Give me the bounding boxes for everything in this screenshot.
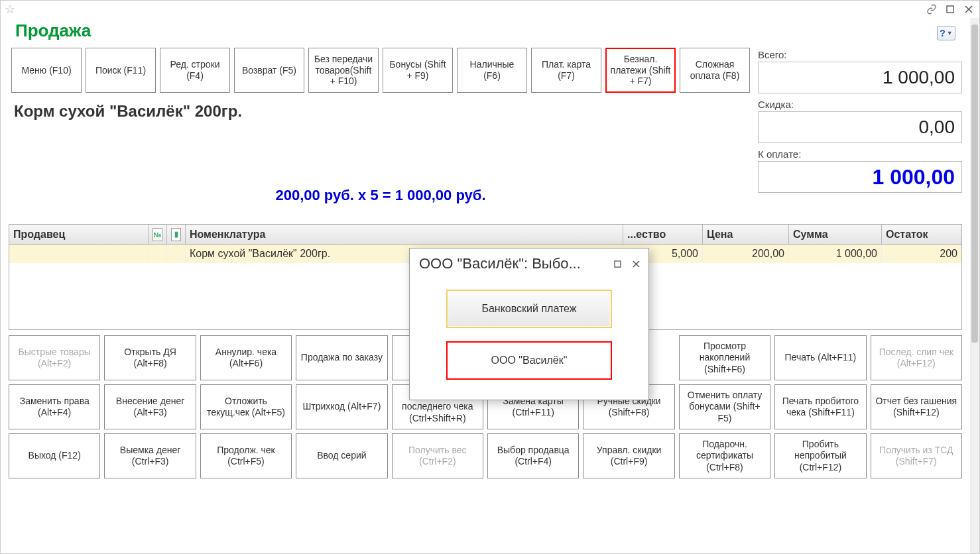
cell-rest: 200 xyxy=(882,245,961,263)
func-button-r1-9[interactable]: Послед. слип чек (Alt+F12) xyxy=(871,335,962,380)
col-num[interactable]: № xyxy=(149,225,167,244)
vertical-scrollbar[interactable] xyxy=(970,18,979,553)
scrollbar-thumb[interactable] xyxy=(971,25,978,343)
link-icon[interactable] xyxy=(925,3,938,16)
grid-header: Продавец № ▮ Номенклатура ...ество Цена … xyxy=(9,225,961,245)
dialog-title: ООО "Василёк": Выбо... xyxy=(419,255,581,272)
action-button-7[interactable]: Плат. карта (F7) xyxy=(531,48,601,93)
action-toolbar: Меню (F10)Поиск (F11)Ред. строки (F4)Воз… xyxy=(11,48,750,93)
action-button-0[interactable]: Меню (F10) xyxy=(11,48,82,93)
func-button-r2-9[interactable]: Отчет без гашения (Shift+F12) xyxy=(871,384,962,429)
func-button-r2-1[interactable]: Внесение денег (Alt+F3) xyxy=(104,384,196,429)
total-value: 1 000,00 xyxy=(758,62,962,93)
func-button-r3-7[interactable]: Подарочн. сертификаты (Ctrl+F8) xyxy=(679,433,770,478)
func-button-r1-2[interactable]: Аннулир. чека (Alt+F6) xyxy=(200,335,292,380)
calculation-line: 200,00 руб. x 5 = 1 000,00 руб. xyxy=(11,121,750,224)
action-button-1[interactable]: Поиск (F11) xyxy=(86,48,156,93)
func-button-r3-6[interactable]: Управл. скидки (Ctrl+F9) xyxy=(583,433,674,478)
cell-seller xyxy=(9,245,149,263)
func-button-r2-8[interactable]: Печать пробитого чека (Shift+F11) xyxy=(774,384,866,429)
func-button-r2-0[interactable]: Заменить права (Alt+F4) xyxy=(9,384,100,429)
svg-rect-0 xyxy=(947,6,953,13)
func-button-r2-7[interactable]: Отменить оплату бонусами (Shift+ F5) xyxy=(679,384,770,429)
chevron-down-icon: ▼ xyxy=(947,30,953,36)
svg-rect-3 xyxy=(614,260,620,266)
col-rest[interactable]: Остаток xyxy=(882,225,961,244)
func-button-r3-8[interactable]: Пробить непробитый (Ctrl+F12) xyxy=(774,433,866,478)
num-icon: № xyxy=(153,228,162,241)
func-button-r2-3[interactable]: Штрихкод (Alt+F7) xyxy=(296,384,387,429)
help-dropdown-button[interactable]: ?▼ xyxy=(937,26,955,40)
cell-sum: 1 000,00 xyxy=(789,245,882,263)
picture-icon: ▮ xyxy=(171,228,181,241)
action-button-6[interactable]: Наличные (F6) xyxy=(457,48,527,93)
func-button-r1-3[interactable]: Продажа по заказу xyxy=(296,335,387,380)
option-vasilek[interactable]: ООО "Василёк" xyxy=(446,341,612,380)
current-product-name: Корм сухой "Василёк" 200гр. xyxy=(11,93,750,121)
favorite-star-icon[interactable]: ☆ xyxy=(5,2,15,17)
func-button-r1-7[interactable]: Просмотр накоплений (Shift+F6) xyxy=(679,335,770,380)
cell-num xyxy=(149,245,167,263)
func-button-r1-8[interactable]: Печать (Alt+F11) xyxy=(774,335,866,380)
option-bank-payment[interactable]: Банковский платеж xyxy=(446,290,612,328)
dialog-maximize-icon[interactable] xyxy=(611,258,623,270)
dialog-close-icon[interactable] xyxy=(630,258,642,270)
action-button-2[interactable]: Ред. строки (F4) xyxy=(160,48,230,93)
col-seller[interactable]: Продавец xyxy=(9,225,149,244)
func-button-r3-0[interactable]: Выход (F12) xyxy=(9,433,100,478)
close-icon[interactable] xyxy=(962,3,975,16)
col-sum[interactable]: Сумма xyxy=(789,225,882,244)
help-icon: ? xyxy=(940,28,946,38)
action-button-5[interactable]: Бонусы (Shift + F9) xyxy=(383,48,453,93)
app-window: ☆ Продажа ?▼ Меню (F10)Поиск (F11)Ред. с… xyxy=(0,0,980,554)
payment-select-dialog: ООО "Василёк": Выбо... Банковский платеж… xyxy=(409,248,649,400)
action-button-4[interactable]: Без передачи товаров(Shift + F10) xyxy=(308,48,379,93)
col-pic[interactable]: ▮ xyxy=(167,225,186,244)
func-button-r3-4[interactable]: Получить вес (Ctrl+F2) xyxy=(392,433,483,478)
discount-value: 0,00 xyxy=(758,111,962,143)
titlebar: ☆ xyxy=(1,1,979,18)
cell-price: 200,00 xyxy=(703,245,789,263)
col-qty[interactable]: ...ество xyxy=(623,225,703,244)
due-label: К оплате: xyxy=(758,147,962,161)
due-value: 1 000,00 xyxy=(758,161,962,193)
cell-pic xyxy=(167,245,186,263)
total-label: Всего: xyxy=(758,48,962,62)
col-price[interactable]: Цена xyxy=(703,225,789,244)
action-button-9[interactable]: Сложная оплата (F8) xyxy=(680,48,750,93)
func-button-r1-0[interactable]: Быстрые товары (Alt+F2) xyxy=(9,335,100,380)
func-button-r3-5[interactable]: Выбор продавца (Ctrl+F4) xyxy=(487,433,579,478)
maximize-icon[interactable] xyxy=(944,3,957,16)
col-nomen[interactable]: Номенклатура xyxy=(186,225,623,244)
func-button-r3-9[interactable]: Получить из ТСД (Shift+F7) xyxy=(871,433,962,478)
discount-label: Скидка: xyxy=(758,97,962,111)
func-button-r3-2[interactable]: Продолж. чек (Ctrl+F5) xyxy=(200,433,292,478)
func-button-r1-1[interactable]: Открыть ДЯ (Alt+F8) xyxy=(104,335,196,380)
func-button-r2-2[interactable]: Отложить текущ.чек (Alt+F5) xyxy=(200,384,292,429)
action-button-3[interactable]: Возврат (F5) xyxy=(234,48,304,93)
func-button-r3-1[interactable]: Выемка денег (Ctrl+F3) xyxy=(104,433,196,478)
dialog-titlebar: ООО "Василёк": Выбо... xyxy=(410,249,648,276)
page-title: Продажа xyxy=(15,18,91,48)
action-button-8[interactable]: Безнал. платежи (Shift + F7) xyxy=(605,48,676,93)
func-button-r3-3[interactable]: Ввод серий xyxy=(296,433,387,478)
